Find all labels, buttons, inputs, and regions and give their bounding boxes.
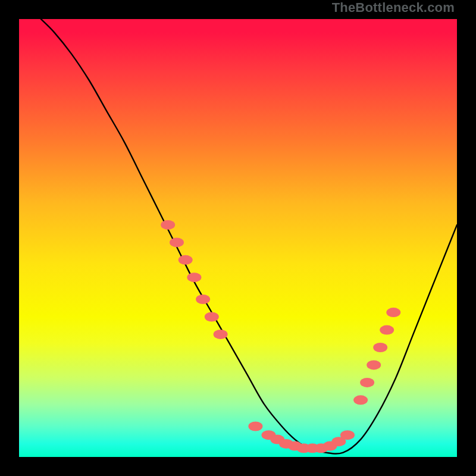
highlight-dot (248, 422, 262, 431)
highlight-dot (187, 273, 201, 282)
highlight-dot (353, 395, 368, 405)
highlight-dot (373, 343, 387, 352)
chart-frame: TheBottleneck.com (0, 0, 476, 476)
highlight-dot (170, 237, 184, 247)
highlight-dots (161, 220, 400, 453)
watermark-text: TheBottleneck.com (332, 0, 455, 15)
highlight-dot (340, 430, 355, 440)
plot-area (19, 19, 457, 457)
highlight-dot (386, 308, 400, 317)
highlight-dot (380, 325, 394, 335)
highlight-dot (161, 220, 175, 230)
highlight-dot (205, 312, 219, 322)
highlight-dot (360, 378, 374, 387)
highlight-dot (367, 360, 381, 369)
highlight-dot (196, 295, 210, 304)
highlight-dot (214, 330, 228, 339)
bottleneck-curve (41, 19, 457, 454)
curve-svg (19, 19, 457, 457)
highlight-dot (178, 255, 193, 265)
